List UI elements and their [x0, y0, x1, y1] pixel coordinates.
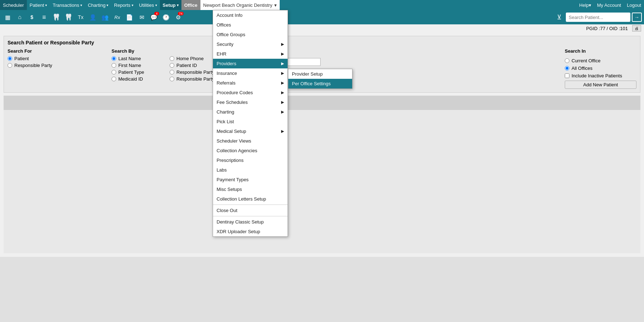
tooth2-icon[interactable]: 🦷 — [63, 12, 74, 23]
menu-item-pick-list[interactable]: Pick List — [213, 117, 288, 126]
menu-item-collection-agencies[interactable]: Collection Agencies — [213, 146, 288, 155]
utilities-arrow: ▾ — [155, 3, 157, 7]
current-office-radio[interactable] — [565, 58, 569, 63]
procedure-codes-submenu-arrow: ▶ — [281, 90, 284, 95]
results-area — [4, 96, 640, 110]
menu-item-close-out[interactable]: Close Out — [213, 206, 288, 215]
nav-transactions[interactable]: Transactions ▾ — [50, 0, 85, 10]
nav-charting[interactable]: Charting ▾ — [85, 0, 111, 10]
search-panel-title: Search Patient or Responsible Party — [8, 40, 636, 45]
billing-icon[interactable]: $ — [27, 12, 37, 23]
menu-item-offices[interactable]: Offices — [213, 20, 288, 30]
include-inactive-checkbox[interactable] — [565, 73, 569, 78]
bottom-content — [4, 110, 640, 253]
home-phone-radio[interactable] — [170, 56, 174, 61]
first-name-label: First Name — [118, 63, 141, 68]
resp-party-id-radio[interactable] — [170, 70, 174, 75]
search-patient-input[interactable] — [566, 13, 630, 22]
include-inactive-label: Include Inactive Patients — [572, 73, 622, 78]
nav-patient[interactable]: Patient ▾ — [27, 0, 50, 10]
menu-item-dentiray-classic[interactable]: Dentiray Classic Setup — [213, 217, 288, 227]
nav-reports[interactable]: Reports ▾ — [111, 0, 136, 10]
last-name-input[interactable] — [285, 58, 321, 66]
tooth-icon[interactable]: 🦷 — [51, 12, 62, 23]
menu-item-security[interactable]: Security ▶ — [213, 39, 288, 49]
reports-arrow: ▾ — [132, 3, 133, 7]
fee-schedules-submenu-arrow: ▶ — [281, 100, 284, 105]
search-by-label: Search By — [112, 48, 226, 54]
menu-item-providers[interactable]: Providers ▶ — [213, 59, 288, 68]
ehr-submenu-arrow: ▶ — [281, 52, 284, 56]
menu-item-scheduler-views[interactable]: Scheduler Views — [213, 136, 288, 146]
nav-utilities[interactable]: Utilities ▾ — [136, 0, 160, 10]
top-nav-bar: Scheduler Patient ▾ Transactions ▾ Chart… — [0, 0, 644, 10]
menu-item-misc-setups[interactable]: Misc Setups — [213, 184, 288, 194]
menu-item-collection-letters[interactable]: Collection Letters Setup — [213, 194, 288, 204]
nav-scheduler[interactable]: Scheduler — [0, 0, 27, 10]
menu-item-prescriptions[interactable]: Prescriptions — [213, 155, 288, 165]
message-badge: 4 — [154, 12, 159, 15]
responsible-party-radio[interactable] — [8, 63, 12, 68]
home-icon[interactable]: ⌂ — [14, 12, 25, 23]
tx-icon[interactable]: Tx — [75, 12, 86, 23]
help-arrow: ▾ — [589, 3, 591, 8]
settings-icon[interactable]: ⚙ 74 — [173, 12, 184, 23]
menu-item-payment-types[interactable]: Payment Types — [213, 175, 288, 184]
menu-item-account-info[interactable]: Account Info — [213, 10, 288, 20]
menu-divider-2 — [213, 216, 288, 216]
clock-icon[interactable]: 🕐 — [161, 12, 171, 23]
medicaid-radio[interactable] — [112, 77, 116, 81]
message-icon[interactable]: 💬 4 — [148, 12, 159, 23]
providers-submenu-arrow: ▶ — [281, 61, 284, 66]
last-name-radio[interactable] — [112, 56, 116, 61]
search-for-label: Search For — [8, 48, 108, 54]
charting-submenu-arrow: ▶ — [281, 110, 284, 114]
menu-item-office-groups[interactable]: Office Groups — [213, 30, 288, 39]
menu-item-fee-schedules[interactable]: Fee Schedules ▶ — [213, 97, 288, 107]
menu-divider-1 — [213, 205, 288, 205]
ledger-icon[interactable]: ≡ — [39, 12, 49, 23]
go-button[interactable]: → — [632, 13, 642, 22]
first-name-radio-row: First Name — [112, 63, 168, 68]
medicaid-radio-row: Medicaid ID — [112, 76, 168, 82]
last-name-label: Last Name — [118, 56, 141, 61]
scheduler-icon[interactable]: ▦ — [2, 12, 13, 23]
menu-item-procedure-codes[interactable]: Procedure Codes ▶ — [213, 88, 288, 97]
nav-help[interactable]: Help ▾ — [576, 0, 594, 10]
patient-id-label: Patient ID — [176, 63, 197, 68]
nav-my-account[interactable]: My Account — [594, 0, 624, 10]
search-for-radio-group: Patient Responsible Party — [8, 56, 108, 68]
medicaid-label: Medicaid ID — [118, 76, 143, 82]
double-down-btn[interactable]: ⊻ — [554, 13, 564, 22]
menu-item-labs[interactable]: Labs — [213, 165, 288, 175]
patient-radio[interactable] — [8, 56, 12, 61]
notes-icon[interactable]: 📄 — [124, 12, 135, 23]
mail-icon[interactable]: ✉ — [136, 12, 147, 23]
menu-item-referrals[interactable]: Referrals ▶ — [213, 78, 288, 88]
nav-logout[interactable]: Logout — [624, 0, 644, 10]
last-name-radio-row: Last Name — [112, 56, 168, 61]
menu-item-insurance[interactable]: Insurance ▶ — [213, 68, 288, 78]
search-in-label: Search In — [565, 48, 636, 54]
nav-setup[interactable]: Setup ▾ — [160, 0, 181, 10]
rx-icon[interactable]: Rx — [112, 12, 123, 23]
search-for-section: Search For Patient Responsible Party — [8, 48, 108, 68]
resp-party-type-radio[interactable] — [170, 77, 174, 81]
menu-item-charting[interactable]: Charting ▶ — [213, 107, 288, 117]
add-new-patient-button[interactable]: Add New Patient — [565, 81, 636, 89]
add-patient-icon[interactable]: 👥 — [100, 12, 110, 23]
first-name-radio[interactable] — [112, 63, 116, 68]
office-selector[interactable]: Newport Beach Organic Dentistry ▾ — [200, 0, 280, 10]
menu-item-medical-setup[interactable]: Medical Setup ▶ — [213, 126, 288, 136]
menu-item-ehr[interactable]: EHR ▶ — [213, 49, 288, 59]
patient-id-radio[interactable] — [170, 63, 174, 68]
office-label: Office — [181, 0, 200, 10]
menu-item-xdr-uploader[interactable]: XDR Uploader Setup — [213, 227, 288, 236]
print-icon-button[interactable]: 🖨 — [632, 25, 641, 32]
submenu-item-provider-setup[interactable]: Provider Setup — [288, 69, 352, 79]
patient-type-radio[interactable] — [112, 70, 116, 75]
submenu-item-per-office-settings[interactable]: Per Office Settings — [288, 79, 352, 88]
patient-icon[interactable]: 👤 — [87, 12, 98, 23]
patient-type-radio-row: Patient Type — [112, 69, 168, 75]
all-offices-radio[interactable] — [565, 66, 569, 71]
